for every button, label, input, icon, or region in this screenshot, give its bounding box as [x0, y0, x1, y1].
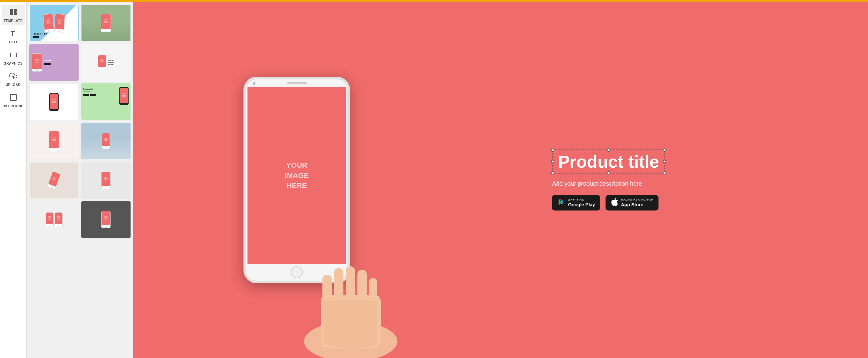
- phone-speaker: [287, 82, 307, 84]
- template-thumb-6[interactable]: Product title Description YOURIMAGEHERE: [81, 83, 130, 120]
- handle-br[interactable]: [663, 171, 666, 175]
- home-circle: [291, 266, 303, 278]
- app-buttons: GET IT ON Google Play: [552, 195, 831, 211]
- handle-ml[interactable]: [551, 160, 554, 163]
- google-play-sublabel: GET IT ON: [568, 198, 595, 202]
- template-thumb-8[interactable]: YOURIMAGEHERE: [81, 123, 130, 159]
- google-play-button[interactable]: GET IT ON Google Play: [552, 195, 600, 211]
- template-thumb-3[interactable]: YOURIMAGEHERE Product: [29, 44, 79, 81]
- google-play-storelabel: Google Play: [568, 202, 595, 207]
- sidebar-text-label: TEXT: [9, 40, 18, 44]
- text-selection-box[interactable]: Product title: [552, 150, 665, 174]
- phone-outer: YOURIMAGEHERE: [244, 77, 350, 284]
- canvas-text-area: Product title Add your product descripti…: [552, 150, 831, 211]
- template-thumb-11[interactable]: YOURIMAGEHERE YOURIMAGEHERE: [29, 201, 79, 238]
- handle-mr[interactable]: [663, 160, 666, 163]
- sidebar-item-text[interactable]: T TEXT: [2, 27, 25, 47]
- template-thumb-2[interactable]: YOURIMAGEHERE: [81, 5, 130, 41]
- phone-camera: [253, 82, 255, 85]
- sidebar-item-graphics[interactable]: GRAPHICS: [2, 48, 25, 68]
- product-title[interactable]: Product title: [558, 153, 659, 170]
- svg-rect-7: [10, 94, 16, 100]
- phone-home-button: [246, 264, 347, 281]
- phone-screen[interactable]: YOURIMAGEHERE: [247, 87, 346, 264]
- upload-icon: [9, 72, 17, 82]
- sidebar-item-template[interactable]: TEMPLATE: [2, 5, 25, 25]
- svg-rect-13: [358, 270, 367, 298]
- template-thumb-9[interactable]: YOURIMAGEHERE: [29, 162, 79, 199]
- handle-bm[interactable]: [607, 171, 610, 175]
- left-sidebar: TEMPLATE T TEXT GRAPHICS: [0, 2, 27, 358]
- template-thumb-4[interactable]: YOURIMAGEHERE YOURIMAGEHERE: [81, 44, 130, 81]
- app-store-button[interactable]: Download on the App Store: [606, 195, 658, 211]
- svg-rect-9: [321, 295, 381, 348]
- svg-point-8: [304, 321, 397, 358]
- app-container: TEMPLATE T TEXT GRAPHICS: [0, 0, 868, 358]
- sidebar-upload-label: UPLOAD: [6, 83, 21, 87]
- template-thumb-5[interactable]: YOURIMAGEHERE: [29, 83, 79, 120]
- apple-icon: [611, 198, 618, 208]
- sidebar-graphics-label: GRAPHICS: [4, 62, 23, 65]
- canvas-area: YOURIMAGEHERE: [133, 2, 868, 358]
- main-layout: TEMPLATE T TEXT GRAPHICS: [0, 2, 868, 358]
- svg-rect-5: [10, 53, 16, 57]
- sidebar-item-upload[interactable]: UPLOAD: [2, 69, 25, 89]
- sidebar-background-label: BKGROUND: [3, 105, 24, 108]
- canvas-background[interactable]: YOURIMAGEHERE: [133, 2, 868, 358]
- handle-tm[interactable]: [607, 149, 610, 152]
- app-store-text: Download on the App Store: [621, 198, 653, 207]
- handle-tl[interactable]: [551, 149, 554, 152]
- template-panel: YOURIMAGEHERE YOURIMAGEHERE Product: [27, 2, 133, 358]
- phone-mockup: YOURIMAGEHERE: [244, 77, 350, 284]
- svg-rect-2: [10, 12, 13, 15]
- svg-rect-0: [10, 9, 13, 12]
- google-play-text: GET IT ON Google Play: [568, 198, 595, 207]
- sidebar-item-background[interactable]: BKGROUND: [2, 91, 25, 111]
- phone-notch: [246, 79, 347, 87]
- template-thumb-7[interactable]: YOURIMAGEHERE: [29, 123, 79, 159]
- phone-screen-placeholder: YOURIMAGEHERE: [285, 160, 309, 191]
- svg-rect-14: [369, 278, 377, 301]
- template-icon: [9, 8, 17, 18]
- sidebar-template-label: TEMPLATE: [4, 19, 23, 23]
- text-icon: T: [9, 29, 17, 39]
- template-thumb-12[interactable]: YOURIMAGEHERE: [81, 201, 130, 238]
- product-description[interactable]: Add your product description here: [552, 180, 831, 187]
- google-play-icon: [557, 198, 565, 208]
- app-store-storelabel: App Store: [621, 202, 653, 207]
- svg-rect-3: [14, 12, 17, 15]
- handle-tr[interactable]: [663, 149, 666, 152]
- graphics-icon: [9, 51, 17, 60]
- template-thumb-10[interactable]: YOURIMAGEHERE: [81, 162, 130, 199]
- svg-rect-1: [14, 9, 17, 12]
- app-store-sublabel: Download on the: [621, 198, 653, 202]
- svg-text:T: T: [11, 30, 14, 37]
- template-thumb-1[interactable]: YOURIMAGEHERE YOURIMAGEHERE Product: [29, 5, 79, 41]
- background-icon: [9, 93, 17, 103]
- handle-bl[interactable]: [551, 171, 554, 175]
